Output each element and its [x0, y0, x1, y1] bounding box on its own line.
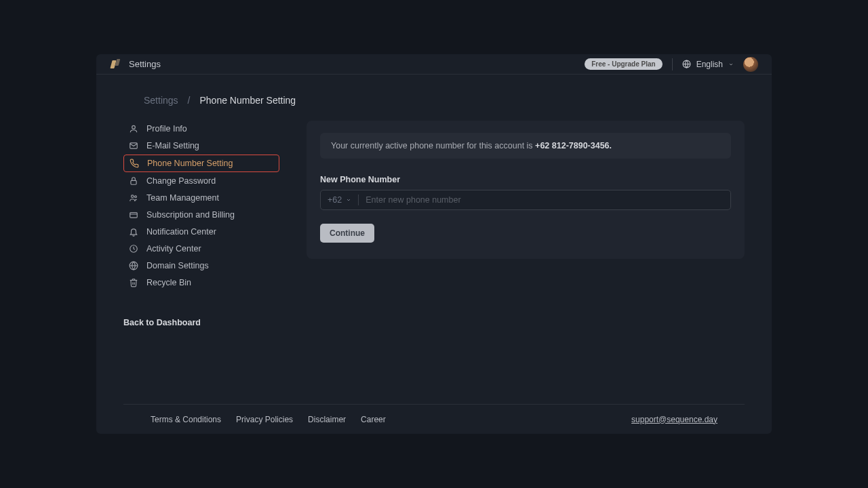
- activity-icon: [129, 244, 138, 253]
- header-divider: [672, 58, 673, 70]
- header-left: Settings: [110, 59, 161, 70]
- new-phone-input[interactable]: [366, 195, 724, 205]
- upgrade-plan-badge[interactable]: Free - Upgrade Plan: [585, 58, 662, 70]
- sidebar-item-label: Recycle Bin: [146, 278, 191, 287]
- breadcrumb-separator: /: [188, 95, 191, 106]
- svg-point-6: [134, 196, 136, 198]
- phone-input-group: +62: [320, 190, 731, 210]
- sidebar-item-label: Subscription and Billing: [146, 210, 235, 220]
- language-selector[interactable]: English: [682, 60, 734, 69]
- input-divider: [358, 195, 359, 205]
- globe-icon: [682, 60, 691, 68]
- app-body: Settings / Phone Number Setting Profile …: [96, 75, 772, 434]
- country-code-value: +62: [328, 195, 342, 205]
- phone-icon: [130, 159, 139, 168]
- bell-icon: [129, 227, 138, 237]
- chevron-down-icon: [728, 62, 734, 67]
- sidebar-item-email-setting[interactable]: E-Mail Setting: [123, 138, 279, 154]
- footer-link-disclaimer[interactable]: Disclaimer: [308, 415, 346, 424]
- main-panel: Your currently active phone number for t…: [307, 121, 745, 259]
- svg-rect-7: [130, 213, 138, 218]
- active-phone-number: +62 812-7890-3456.: [535, 141, 612, 150]
- app-footer: Terms & Conditions Privacy Policies Disc…: [123, 404, 745, 434]
- sidebar-item-label: Notification Center: [146, 227, 216, 237]
- sidebar-item-change-password[interactable]: Change Password: [123, 173, 279, 189]
- sidebar-item-label: E-Mail Setting: [146, 141, 199, 150]
- sidebar-item-recycle-bin[interactable]: Recycle Bin: [123, 274, 279, 291]
- sidebar-item-label: Profile Info: [146, 124, 187, 134]
- sidebar-item-label: Activity Center: [146, 244, 201, 253]
- app-logo-icon: [110, 59, 121, 70]
- svg-rect-4: [131, 180, 136, 184]
- active-phone-banner: Your currently active phone number for t…: [320, 133, 731, 159]
- svg-point-5: [132, 195, 134, 198]
- back-to-dashboard-link[interactable]: Back to Dashboard: [123, 318, 279, 327]
- sidebar-item-label: Team Management: [146, 193, 219, 203]
- header-right: Free - Upgrade Plan English: [585, 57, 758, 72]
- footer-links: Terms & Conditions Privacy Policies Disc…: [151, 415, 386, 424]
- trash-icon: [129, 278, 138, 287]
- breadcrumb-current: Phone Number Setting: [199, 95, 296, 106]
- support-email-link[interactable]: support@sequence.day: [631, 415, 717, 424]
- app-header: Settings Free - Upgrade Plan English: [96, 54, 772, 75]
- content-row: Profile Info E-Mail Setting Phone Number…: [123, 121, 745, 327]
- sidebar-item-label: Change Password: [146, 176, 216, 186]
- footer-link-terms[interactable]: Terms & Conditions: [151, 415, 221, 424]
- card-icon: [129, 210, 138, 220]
- sidebar-item-label: Phone Number Setting: [147, 159, 233, 168]
- user-icon: [129, 124, 138, 134]
- chevron-down-icon: [346, 195, 351, 205]
- globe-icon: [129, 261, 138, 270]
- mail-icon: [129, 141, 138, 150]
- users-icon: [129, 193, 138, 203]
- footer-link-career[interactable]: Career: [361, 415, 386, 424]
- app-window: Settings Free - Upgrade Plan English Set…: [96, 54, 772, 434]
- sidebar-item-activity-center[interactable]: Activity Center: [123, 241, 279, 257]
- new-phone-label: New Phone Number: [320, 175, 731, 184]
- sidebar-item-profile-info[interactable]: Profile Info: [123, 121, 279, 137]
- sidebar-item-notification-center[interactable]: Notification Center: [123, 224, 279, 240]
- sidebar-item-team-management[interactable]: Team Management: [123, 190, 279, 206]
- avatar[interactable]: [743, 57, 758, 72]
- country-code-selector[interactable]: +62: [328, 195, 358, 205]
- continue-button[interactable]: Continue: [320, 224, 374, 243]
- sidebar-item-domain-settings[interactable]: Domain Settings: [123, 258, 279, 274]
- info-prefix-text: Your currently active phone number for t…: [331, 141, 535, 150]
- footer-link-privacy[interactable]: Privacy Policies: [236, 415, 293, 424]
- header-title: Settings: [129, 59, 161, 69]
- svg-point-2: [132, 125, 136, 129]
- sidebar-item-phone-number-setting[interactable]: Phone Number Setting: [123, 155, 279, 172]
- settings-sidebar: Profile Info E-Mail Setting Phone Number…: [123, 121, 279, 327]
- breadcrumb-root[interactable]: Settings: [144, 95, 178, 106]
- sidebar-item-label: Domain Settings: [146, 261, 209, 270]
- sidebar-item-subscription-billing[interactable]: Subscription and Billing: [123, 207, 279, 223]
- breadcrumb: Settings / Phone Number Setting: [123, 95, 745, 106]
- language-label: English: [696, 60, 723, 69]
- lock-icon: [129, 176, 138, 186]
